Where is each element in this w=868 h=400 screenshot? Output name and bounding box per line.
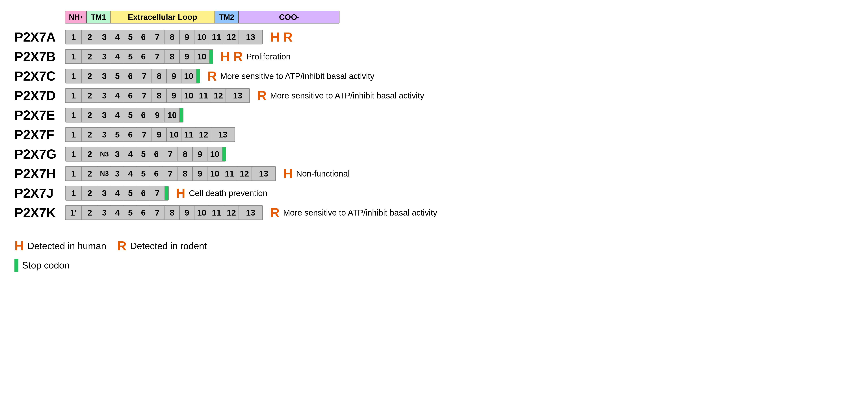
stop-codon-marker xyxy=(209,50,213,63)
domain-ecl: Extracellular Loop xyxy=(110,11,215,24)
stop-codon-marker xyxy=(180,108,183,122)
exon-cell-2: 2 xyxy=(82,206,98,220)
exon-cell-3: 3 xyxy=(111,147,124,161)
exon-cell-11: 11 xyxy=(209,206,224,220)
exon-cell-11: 11 xyxy=(182,128,196,141)
domain-header: NH+ TM1 Extracellular Loop TM2 COO- xyxy=(65,11,854,24)
isoform-row-p2x7g: P2X7G12N3345678910 xyxy=(14,146,854,162)
coo-label: COO xyxy=(279,12,297,22)
exon-cell-N3: N3 xyxy=(98,167,111,180)
exon-cell-2: 2 xyxy=(82,89,98,103)
exon-cell-13: 13 xyxy=(211,128,235,141)
exon-cell-N3: N3 xyxy=(98,147,111,161)
isoform-row-p2x7j: P2X7J1234567HCell death prevention xyxy=(14,185,854,201)
stop-codon-marker xyxy=(196,69,199,83)
exon-cell-5: 5 xyxy=(124,186,137,200)
exon-bar-p2x7d: 1234678910111213 xyxy=(65,88,250,103)
exon-cell-10: 10 xyxy=(208,147,222,161)
label-p2x7k: P2X7K xyxy=(14,205,65,220)
exon-cell-9: 9 xyxy=(193,147,208,161)
exon-cell-5: 5 xyxy=(124,108,137,122)
exon-cell-3: 3 xyxy=(98,50,111,63)
exon-cell-9: 9 xyxy=(167,89,182,103)
exon-cell-7: 7 xyxy=(163,167,178,180)
exon-cell-1: 1 xyxy=(66,108,82,122)
exon-bar-p2x7h: 12N3345678910111213 xyxy=(65,166,276,181)
exon-cell-3: 3 xyxy=(98,89,111,103)
domain-tm2: TM2 xyxy=(215,11,238,24)
label-p2x7e: P2X7E xyxy=(14,108,65,122)
exon-cell-12: 12 xyxy=(211,89,226,103)
exon-cell-3: 3 xyxy=(98,108,111,122)
exon-bar-p2x7k: 1'2345678910111213 xyxy=(65,205,263,220)
legend: H Detected in human R Detected in rodent… xyxy=(14,238,854,272)
exon-cell-6: 6 xyxy=(137,186,150,200)
exon-cell-7: 7 xyxy=(137,128,152,141)
isoform-row-p2x7f: P2X7F123567910111213 xyxy=(14,126,854,143)
exon-cell-12: 12 xyxy=(237,167,252,180)
exon-cell-4: 4 xyxy=(111,206,124,220)
exon-bar-p2x7c: 1235678910 xyxy=(65,69,200,83)
exon-cell-5: 5 xyxy=(111,128,124,141)
exon-cell-2: 2 xyxy=(82,30,98,44)
exon-cell-7: 7 xyxy=(137,69,152,83)
exon-cell-6: 6 xyxy=(124,89,137,103)
exon-cell-4: 4 xyxy=(111,186,124,200)
exon-cell-2: 2 xyxy=(82,147,98,161)
tm1-label: TM1 xyxy=(91,13,106,22)
stop-codon-marker xyxy=(222,147,225,161)
coo-superscript: - xyxy=(297,14,299,20)
exon-bar-p2x7b: 12345678910 xyxy=(65,49,213,64)
ann-r-p2x7c: R xyxy=(207,69,217,83)
domain-coo: COO- xyxy=(238,11,339,24)
exon-cell-9: 9 xyxy=(180,30,194,44)
exon-cell-10: 10 xyxy=(182,69,196,83)
exon-cell-3: 3 xyxy=(111,167,124,180)
exon-cell-10: 10 xyxy=(208,167,222,180)
exon-cell-3: 3 xyxy=(98,128,111,141)
exon-cell-9: 9 xyxy=(152,128,167,141)
label-p2x7d: P2X7D xyxy=(14,88,65,103)
exon-cell-1: 1 xyxy=(66,89,82,103)
isoform-row-p2x7e: P2X7E123456910 xyxy=(14,107,854,123)
main-container: NH+ TM1 Extracellular Loop TM2 COO- P2X7… xyxy=(14,11,854,272)
exon-cell-10: 10 xyxy=(182,89,196,103)
exon-cell-12: 12 xyxy=(224,30,239,44)
legend-row-hr: H Detected in human R Detected in rodent xyxy=(14,238,854,253)
exon-cell-5: 5 xyxy=(137,167,150,180)
exon-cell-6: 6 xyxy=(124,69,137,83)
isoform-row-p2x7d: P2X7D1234678910111213RMore sensitive to … xyxy=(14,87,854,104)
label-p2x7g: P2X7G xyxy=(14,147,65,162)
exon-cell-6: 6 xyxy=(137,206,150,220)
label-p2x7c: P2X7C xyxy=(14,69,65,83)
exon-cell-5: 5 xyxy=(124,30,137,44)
nh-label: NH xyxy=(69,13,80,22)
exon-cell-2: 2 xyxy=(82,186,98,200)
annotations-p2x7k: RMore sensitive to ATP/inhibit basal act… xyxy=(270,205,437,220)
domain-nh: NH+ xyxy=(65,11,87,24)
exon-cell-8: 8 xyxy=(152,69,167,83)
exon-cell-6: 6 xyxy=(137,108,150,122)
exon-cell-7: 7 xyxy=(150,30,165,44)
exon-cell-4: 4 xyxy=(124,167,137,180)
exon-cell-8: 8 xyxy=(165,30,180,44)
label-p2x7a: P2X7A xyxy=(14,30,65,45)
label-p2x7j: P2X7J xyxy=(14,186,65,201)
annotations-p2x7b: HRProliferation xyxy=(220,49,290,64)
exon-cell-1: 1 xyxy=(66,167,82,180)
exon-cell-8: 8 xyxy=(165,206,180,220)
exon-bar-p2x7a: 12345678910111213 xyxy=(65,30,263,45)
exon-cell-1: 1 xyxy=(66,50,82,63)
isoform-row-p2x7b: P2X7B12345678910HRProliferation xyxy=(14,49,854,65)
annotations-p2x7a: HR xyxy=(270,30,292,45)
ann-h-p2x7a: H xyxy=(270,30,280,45)
exon-cell-6: 6 xyxy=(124,128,137,141)
exon-cell-10: 10 xyxy=(194,50,209,63)
exon-cell-8: 8 xyxy=(178,167,193,180)
exon-cell-8: 8 xyxy=(178,147,193,161)
note-p2x7k: More sensitive to ATP/inhibit basal acti… xyxy=(283,208,437,218)
exon-cell-5: 5 xyxy=(111,69,124,83)
annotations-p2x7d: RMore sensitive to ATP/inhibit basal act… xyxy=(257,88,424,103)
exon-cell-6: 6 xyxy=(150,147,163,161)
exon-cell-6: 6 xyxy=(150,167,163,180)
